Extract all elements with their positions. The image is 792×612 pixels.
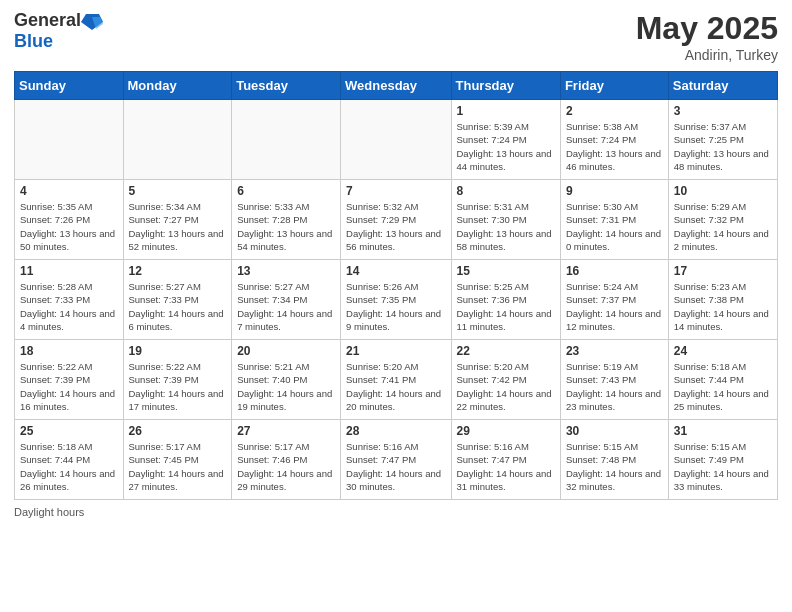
day-number: 9: [566, 184, 663, 198]
day-number: 18: [20, 344, 118, 358]
day-number: 22: [457, 344, 555, 358]
day-cell: 17Sunrise: 5:23 AM Sunset: 7:38 PM Dayli…: [668, 260, 777, 340]
day-info: Sunrise: 5:15 AM Sunset: 7:49 PM Dayligh…: [674, 440, 772, 493]
day-cell: [232, 100, 341, 180]
day-cell: 6Sunrise: 5:33 AM Sunset: 7:28 PM Daylig…: [232, 180, 341, 260]
day-number: 21: [346, 344, 445, 358]
day-info: Sunrise: 5:16 AM Sunset: 7:47 PM Dayligh…: [346, 440, 445, 493]
day-info: Sunrise: 5:37 AM Sunset: 7:25 PM Dayligh…: [674, 120, 772, 173]
day-cell: [341, 100, 451, 180]
day-number: 16: [566, 264, 663, 278]
day-cell: 26Sunrise: 5:17 AM Sunset: 7:45 PM Dayli…: [123, 420, 232, 500]
day-cell: 22Sunrise: 5:20 AM Sunset: 7:42 PM Dayli…: [451, 340, 560, 420]
day-number: 28: [346, 424, 445, 438]
week-row-3: 18Sunrise: 5:22 AM Sunset: 7:39 PM Dayli…: [15, 340, 778, 420]
location: Andirin, Turkey: [636, 47, 778, 63]
day-info: Sunrise: 5:28 AM Sunset: 7:33 PM Dayligh…: [20, 280, 118, 333]
day-header-thursday: Thursday: [451, 72, 560, 100]
day-info: Sunrise: 5:35 AM Sunset: 7:26 PM Dayligh…: [20, 200, 118, 253]
day-number: 30: [566, 424, 663, 438]
day-number: 20: [237, 344, 335, 358]
day-header-saturday: Saturday: [668, 72, 777, 100]
day-info: Sunrise: 5:27 AM Sunset: 7:33 PM Dayligh…: [129, 280, 227, 333]
day-cell: 24Sunrise: 5:18 AM Sunset: 7:44 PM Dayli…: [668, 340, 777, 420]
day-info: Sunrise: 5:29 AM Sunset: 7:32 PM Dayligh…: [674, 200, 772, 253]
day-cell: 13Sunrise: 5:27 AM Sunset: 7:34 PM Dayli…: [232, 260, 341, 340]
logo-blue: Blue: [14, 31, 53, 52]
day-info: Sunrise: 5:17 AM Sunset: 7:46 PM Dayligh…: [237, 440, 335, 493]
day-info: Sunrise: 5:18 AM Sunset: 7:44 PM Dayligh…: [674, 360, 772, 413]
day-number: 31: [674, 424, 772, 438]
day-cell: 31Sunrise: 5:15 AM Sunset: 7:49 PM Dayli…: [668, 420, 777, 500]
day-cell: 11Sunrise: 5:28 AM Sunset: 7:33 PM Dayli…: [15, 260, 124, 340]
week-row-4: 25Sunrise: 5:18 AM Sunset: 7:44 PM Dayli…: [15, 420, 778, 500]
day-info: Sunrise: 5:21 AM Sunset: 7:40 PM Dayligh…: [237, 360, 335, 413]
day-header-friday: Friday: [560, 72, 668, 100]
day-cell: 8Sunrise: 5:31 AM Sunset: 7:30 PM Daylig…: [451, 180, 560, 260]
day-number: 3: [674, 104, 772, 118]
page: GeneralBlue May 2025 Andirin, Turkey Sun…: [0, 0, 792, 528]
header-row: SundayMondayTuesdayWednesdayThursdayFrid…: [15, 72, 778, 100]
day-cell: 20Sunrise: 5:21 AM Sunset: 7:40 PM Dayli…: [232, 340, 341, 420]
day-cell: 21Sunrise: 5:20 AM Sunset: 7:41 PM Dayli…: [341, 340, 451, 420]
day-number: 15: [457, 264, 555, 278]
day-info: Sunrise: 5:33 AM Sunset: 7:28 PM Dayligh…: [237, 200, 335, 253]
day-header-wednesday: Wednesday: [341, 72, 451, 100]
day-info: Sunrise: 5:19 AM Sunset: 7:43 PM Dayligh…: [566, 360, 663, 413]
day-cell: 18Sunrise: 5:22 AM Sunset: 7:39 PM Dayli…: [15, 340, 124, 420]
day-info: Sunrise: 5:23 AM Sunset: 7:38 PM Dayligh…: [674, 280, 772, 333]
week-row-1: 4Sunrise: 5:35 AM Sunset: 7:26 PM Daylig…: [15, 180, 778, 260]
day-info: Sunrise: 5:17 AM Sunset: 7:45 PM Dayligh…: [129, 440, 227, 493]
day-info: Sunrise: 5:27 AM Sunset: 7:34 PM Dayligh…: [237, 280, 335, 333]
day-info: Sunrise: 5:22 AM Sunset: 7:39 PM Dayligh…: [129, 360, 227, 413]
day-number: 13: [237, 264, 335, 278]
day-number: 27: [237, 424, 335, 438]
day-info: Sunrise: 5:24 AM Sunset: 7:37 PM Dayligh…: [566, 280, 663, 333]
week-row-2: 11Sunrise: 5:28 AM Sunset: 7:33 PM Dayli…: [15, 260, 778, 340]
day-number: 24: [674, 344, 772, 358]
day-cell: 30Sunrise: 5:15 AM Sunset: 7:48 PM Dayli…: [560, 420, 668, 500]
day-info: Sunrise: 5:31 AM Sunset: 7:30 PM Dayligh…: [457, 200, 555, 253]
day-info: Sunrise: 5:25 AM Sunset: 7:36 PM Dayligh…: [457, 280, 555, 333]
day-number: 2: [566, 104, 663, 118]
day-cell: 16Sunrise: 5:24 AM Sunset: 7:37 PM Dayli…: [560, 260, 668, 340]
header: GeneralBlue May 2025 Andirin, Turkey: [14, 10, 778, 63]
day-cell: 19Sunrise: 5:22 AM Sunset: 7:39 PM Dayli…: [123, 340, 232, 420]
day-header-monday: Monday: [123, 72, 232, 100]
day-info: Sunrise: 5:20 AM Sunset: 7:42 PM Dayligh…: [457, 360, 555, 413]
day-cell: 14Sunrise: 5:26 AM Sunset: 7:35 PM Dayli…: [341, 260, 451, 340]
day-number: 12: [129, 264, 227, 278]
day-number: 14: [346, 264, 445, 278]
day-number: 23: [566, 344, 663, 358]
day-number: 25: [20, 424, 118, 438]
day-cell: 1Sunrise: 5:39 AM Sunset: 7:24 PM Daylig…: [451, 100, 560, 180]
day-number: 26: [129, 424, 227, 438]
day-info: Sunrise: 5:30 AM Sunset: 7:31 PM Dayligh…: [566, 200, 663, 253]
day-number: 4: [20, 184, 118, 198]
day-cell: 9Sunrise: 5:30 AM Sunset: 7:31 PM Daylig…: [560, 180, 668, 260]
footer-note: Daylight hours: [14, 506, 778, 518]
day-cell: 12Sunrise: 5:27 AM Sunset: 7:33 PM Dayli…: [123, 260, 232, 340]
day-number: 5: [129, 184, 227, 198]
day-cell: 25Sunrise: 5:18 AM Sunset: 7:44 PM Dayli…: [15, 420, 124, 500]
logo-general: General: [14, 10, 81, 31]
day-info: Sunrise: 5:32 AM Sunset: 7:29 PM Dayligh…: [346, 200, 445, 253]
day-cell: 29Sunrise: 5:16 AM Sunset: 7:47 PM Dayli…: [451, 420, 560, 500]
day-info: Sunrise: 5:39 AM Sunset: 7:24 PM Dayligh…: [457, 120, 555, 173]
day-number: 11: [20, 264, 118, 278]
day-number: 19: [129, 344, 227, 358]
day-cell: 4Sunrise: 5:35 AM Sunset: 7:26 PM Daylig…: [15, 180, 124, 260]
day-info: Sunrise: 5:15 AM Sunset: 7:48 PM Dayligh…: [566, 440, 663, 493]
day-cell: 2Sunrise: 5:38 AM Sunset: 7:24 PM Daylig…: [560, 100, 668, 180]
calendar-table: SundayMondayTuesdayWednesdayThursdayFrid…: [14, 71, 778, 500]
day-info: Sunrise: 5:38 AM Sunset: 7:24 PM Dayligh…: [566, 120, 663, 173]
day-number: 7: [346, 184, 445, 198]
day-cell: 27Sunrise: 5:17 AM Sunset: 7:46 PM Dayli…: [232, 420, 341, 500]
day-cell: [15, 100, 124, 180]
day-cell: 15Sunrise: 5:25 AM Sunset: 7:36 PM Dayli…: [451, 260, 560, 340]
logo-icon: [81, 12, 103, 30]
day-number: 6: [237, 184, 335, 198]
day-number: 1: [457, 104, 555, 118]
day-cell: 28Sunrise: 5:16 AM Sunset: 7:47 PM Dayli…: [341, 420, 451, 500]
day-cell: [123, 100, 232, 180]
